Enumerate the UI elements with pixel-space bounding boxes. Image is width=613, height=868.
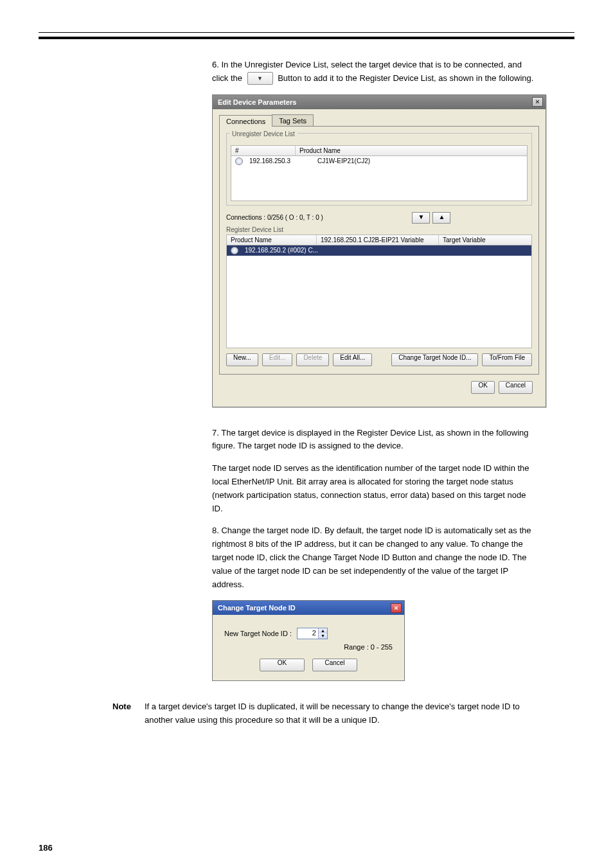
node-id-spinner[interactable]: 2 ▲ ▼ <box>297 628 328 639</box>
ok-button[interactable]: OK <box>260 659 305 671</box>
register-list-header: Product Name 192.168.250.1 CJ2B-EIP21 Va… <box>226 235 532 245</box>
page-number: 186 <box>39 843 574 853</box>
cancel-button[interactable]: Cancel <box>499 381 533 394</box>
device-icon <box>235 157 243 165</box>
down-arrow-button-inline-icon <box>247 72 273 85</box>
tab-strip: Connections Tag Sets <box>219 114 539 127</box>
unregister-list[interactable]: 192.168.250.3 CJ1W-EIP21(CJ2) <box>231 156 528 201</box>
connections-count: Connections : 0/256 ( O : 0, T : 0 ) <box>226 214 323 221</box>
device-ip: 192.168.250.3 <box>249 157 314 164</box>
group-label: Unregister Device List <box>229 130 298 137</box>
device-icon <box>231 247 238 254</box>
col-target-variable[interactable]: Target Variable <box>439 235 531 245</box>
spinner-down-icon[interactable]: ▼ <box>319 633 327 639</box>
note-label: Note <box>112 700 138 727</box>
register-list[interactable]: 192.168.250.2 (#002) C... <box>226 245 532 348</box>
dialog-title: Change Target Node ID <box>218 604 296 612</box>
to-from-file-button[interactable]: To/From File <box>482 353 532 366</box>
tab-tag-sets[interactable]: Tag Sets <box>272 114 314 126</box>
move-down-button[interactable]: ▼ <box>412 212 430 224</box>
col-product-name[interactable]: Product Name <box>296 146 527 155</box>
col-hash[interactable]: # <box>231 146 296 155</box>
tab-connections[interactable]: Connections <box>219 115 272 127</box>
unregister-device-list-group: Unregister Device List # Product Name 19… <box>226 133 532 206</box>
device-product: CJ1W-EIP21(CJ2) <box>317 157 370 164</box>
new-button[interactable]: New... <box>226 353 258 366</box>
dialog-titlebar: Change Target Node ID × <box>213 601 404 615</box>
note-text: If a target device's target ID is duplic… <box>145 700 536 727</box>
step-6: 6. In the Unregister Device List, select… <box>212 58 536 85</box>
field-label: New Target Node ID : <box>224 630 292 637</box>
cancel-button[interactable]: Cancel <box>312 659 357 671</box>
close-icon[interactable]: × <box>391 603 402 613</box>
step-8: 8. Change the target node ID. By default… <box>212 524 536 591</box>
step-7a: 7. The target device is displayed in the… <box>212 427 536 454</box>
col-variable[interactable]: 192.168.250.1 CJ2B-EIP21 Variable <box>317 235 439 245</box>
unregister-list-header: # Product Name <box>231 145 528 156</box>
edit-all-button[interactable]: Edit All... <box>333 353 372 366</box>
change-target-node-id-dialog: Change Target Node ID × New Target Node … <box>212 600 405 681</box>
list-item[interactable]: 192.168.250.3 CJ1W-EIP21(CJ2) <box>231 156 527 166</box>
register-list-label: Register Device List <box>226 226 532 233</box>
dialog-titlebar: Edit Device Parameters × <box>213 95 546 109</box>
col-product-name[interactable]: Product Name <box>227 235 317 245</box>
list-item[interactable]: 192.168.250.2 (#002) C... <box>227 245 531 256</box>
device-text: 192.168.250.2 (#002) C... <box>245 247 318 254</box>
close-icon[interactable]: × <box>532 97 543 107</box>
move-up-button[interactable]: ▲ <box>432 212 450 224</box>
spinner-value[interactable]: 2 <box>298 628 318 639</box>
change-target-node-id-button[interactable]: Change Target Node ID... <box>391 353 478 366</box>
range-text: Range : 0 - 255 <box>224 643 393 651</box>
edit-button: Edit... <box>262 353 293 366</box>
edit-device-parameters-dialog: Edit Device Parameters × Connections Tag… <box>212 94 546 407</box>
spinner-up-icon[interactable]: ▲ <box>319 628 327 633</box>
note: Note If a target device's target ID is d… <box>112 700 536 727</box>
delete-button: Delete <box>296 353 329 366</box>
step-7b: The target node ID serves as the identif… <box>212 462 536 515</box>
dialog-title: Edit Device Parameters <box>218 98 296 106</box>
ok-button[interactable]: OK <box>471 381 494 394</box>
